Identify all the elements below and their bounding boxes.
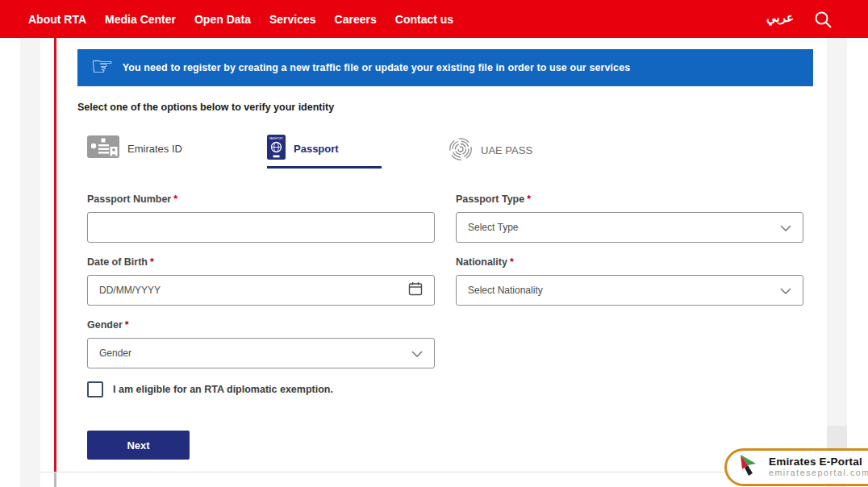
required-asterisk: * xyxy=(125,319,129,331)
left-gutter xyxy=(20,38,40,487)
active-tab-indicator xyxy=(267,166,382,169)
nav-media-center[interactable]: Media Center xyxy=(105,13,176,26)
pointing-hand-icon: ☞ xyxy=(90,54,114,78)
required-asterisk: * xyxy=(527,194,531,205)
required-asterisk: * xyxy=(173,194,177,205)
rta-registration-page: About RTA Media Center Open Data Service… xyxy=(0,0,868,487)
tab-emirates-id-label: Emirates ID xyxy=(127,143,182,155)
date-of-birth-label: Date of Birth* xyxy=(87,256,154,268)
red-accent-line xyxy=(54,38,56,472)
nav-contact-us[interactable]: Contact us xyxy=(395,13,453,26)
accent-line-tail xyxy=(54,472,56,487)
tab-emirates-id[interactable]: Emirates ID xyxy=(87,135,182,161)
search-icon[interactable] xyxy=(813,10,833,29)
watermark-title: Emirates E-Portal xyxy=(769,456,868,468)
passport-type-label: Passport Type* xyxy=(456,194,531,205)
watermark-domain: emirateseportal.com xyxy=(769,468,868,478)
info-banner-text: You need to register by creating a new t… xyxy=(123,62,631,73)
calendar-icon[interactable] xyxy=(408,281,423,299)
passport-type-selected-value: Select Type xyxy=(468,222,780,233)
watermark-text: Emirates E-Portal emirateseportal.com xyxy=(769,456,868,477)
main-nav: About RTA Media Center Open Data Service… xyxy=(0,13,453,26)
next-button[interactable]: Next xyxy=(87,431,190,460)
nav-services[interactable]: Services xyxy=(269,13,316,26)
gender-label: Gender* xyxy=(87,319,129,331)
required-asterisk: * xyxy=(510,256,514,268)
cursor-arrow-logo xyxy=(737,454,762,481)
info-banner: ☞ You need to register by creating a new… xyxy=(77,49,813,86)
gender-selected-value: Gender xyxy=(99,348,411,359)
date-of-birth-input[interactable] xyxy=(99,285,408,296)
fingerprint-icon xyxy=(449,135,473,164)
tab-uae-pass-label: UAE PASS xyxy=(481,144,532,156)
chevron-down-icon xyxy=(780,283,791,298)
diplomatic-exemption-checkbox[interactable] xyxy=(87,381,103,398)
nationality-label: Nationality* xyxy=(456,256,514,268)
nav-open-data[interactable]: Open Data xyxy=(194,13,251,26)
top-nav-bar: About RTA Media Center Open Data Service… xyxy=(0,0,868,38)
tab-passport-label: Passport xyxy=(294,143,339,155)
svg-text:PASSPORT: PASSPORT xyxy=(269,137,283,140)
chevron-down-icon xyxy=(780,220,791,235)
passport-number-field xyxy=(87,212,435,243)
id-card-icon xyxy=(87,135,119,161)
nav-about-rta[interactable]: About RTA xyxy=(28,13,86,26)
verify-identity-heading: Select one of the options below to verif… xyxy=(77,102,334,113)
diplomatic-exemption-row: I am eligible for an RTA diplomatic exem… xyxy=(87,381,333,398)
tab-uae-pass[interactable]: UAE PASS xyxy=(449,135,532,164)
nationality-selected-value: Select Nationality xyxy=(468,285,780,296)
language-toggle-arabic[interactable]: عربي xyxy=(766,10,794,25)
gender-select[interactable]: Gender xyxy=(87,338,435,368)
diplomatic-exemption-label: I am eligible for an RTA diplomatic exem… xyxy=(113,384,333,395)
passport-icon: PASSPORT xyxy=(267,135,286,163)
nationality-select[interactable]: Select Nationality xyxy=(456,275,803,306)
tab-passport[interactable]: PASSPORT Passport xyxy=(267,135,339,163)
required-asterisk: * xyxy=(150,256,154,268)
passport-number-label: Passport Number* xyxy=(87,194,177,205)
passport-type-select[interactable]: Select Type xyxy=(456,212,803,243)
emirates-eportal-watermark: Emirates E-Portal emirateseportal.com xyxy=(724,448,868,486)
passport-number-input[interactable] xyxy=(99,222,423,233)
date-of-birth-field xyxy=(87,275,435,306)
nav-careers[interactable]: Careers xyxy=(335,13,377,26)
right-gutter xyxy=(827,38,847,487)
chevron-down-icon xyxy=(411,346,423,360)
